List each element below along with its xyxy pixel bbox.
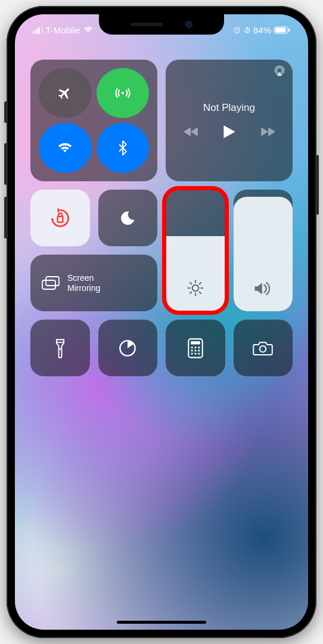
status-left: T-Mobile [33, 25, 94, 35]
media-title: Not Playing [203, 102, 255, 114]
status-right: 84% [233, 25, 290, 35]
do-not-disturb-toggle[interactable] [98, 190, 158, 246]
play-button[interactable] [223, 125, 236, 139]
svg-point-23 [191, 352, 192, 354]
screen: T-Mobile 84% [15, 14, 308, 630]
airplay-icon[interactable] [274, 66, 285, 79]
wifi-toggle[interactable] [39, 123, 92, 173]
wifi-status-icon [83, 26, 94, 34]
timer-button[interactable] [98, 320, 158, 376]
mute-switch [4, 101, 7, 123]
volume-up-hw [4, 143, 7, 185]
volume-down-hw [4, 197, 7, 239]
speaker-icon [253, 280, 272, 299]
flashlight-button[interactable] [30, 320, 90, 376]
camera-button[interactable] [234, 320, 293, 376]
status-bar: T-Mobile 84% [15, 19, 308, 41]
svg-point-20 [191, 349, 192, 351]
svg-rect-16 [191, 341, 200, 344]
connectivity-panel [30, 60, 157, 181]
timer-icon [118, 339, 137, 358]
brightness-slider[interactable] [166, 190, 225, 311]
svg-point-5 [122, 92, 124, 94]
svg-rect-4 [288, 29, 290, 32]
power-button-hw [316, 155, 319, 215]
calculator-icon [188, 338, 203, 358]
carrier-label: T-Mobile [46, 25, 80, 35]
cellular-data-toggle[interactable] [97, 68, 150, 118]
phone-frame: T-Mobile 84% [7, 6, 316, 638]
rotation-lock-toggle[interactable] [30, 190, 90, 246]
media-controls [184, 125, 275, 139]
alarm-icon [233, 26, 241, 34]
antenna-icon [114, 85, 131, 101]
svg-point-19 [198, 346, 200, 348]
screen-mirroring-button[interactable]: Screen Mirroring [30, 255, 157, 311]
media-panel[interactable]: Not Playing [166, 60, 293, 181]
bluetooth-icon [118, 140, 128, 156]
rewind-button[interactable] [184, 126, 199, 137]
screen-mirroring-icon [41, 275, 60, 291]
battery-percent-label: 84% [253, 25, 271, 35]
brightness-fill [166, 236, 225, 311]
airplane-mode-toggle[interactable] [39, 68, 92, 118]
screen-mirroring-label: Screen Mirroring [67, 273, 100, 292]
control-center: Not Playing [30, 60, 293, 376]
svg-rect-1 [246, 29, 248, 31]
svg-rect-8 [57, 216, 63, 222]
svg-point-22 [198, 349, 200, 351]
moon-icon [119, 209, 136, 227]
battery-icon [274, 26, 290, 34]
rotation-lock-status-icon [243, 26, 251, 34]
sun-icon [187, 279, 204, 299]
svg-rect-3 [275, 27, 286, 32]
flashlight-icon [55, 338, 66, 358]
rotation-lock-icon [49, 208, 71, 229]
airplane-icon [57, 85, 73, 101]
home-indicator[interactable] [117, 621, 206, 624]
wifi-icon [57, 141, 73, 154]
svg-point-11 [192, 285, 199, 292]
volume-slider[interactable] [234, 190, 293, 311]
forward-button[interactable] [260, 126, 275, 137]
camera-icon [253, 340, 273, 356]
svg-point-24 [194, 352, 196, 354]
svg-point-25 [198, 352, 200, 354]
svg-rect-9 [46, 277, 59, 286]
svg-point-21 [194, 349, 196, 351]
cellular-signal-icon [33, 26, 43, 34]
svg-point-17 [191, 346, 192, 348]
svg-point-18 [194, 346, 196, 348]
calculator-button[interactable] [166, 320, 225, 376]
svg-point-26 [260, 345, 266, 351]
svg-rect-10 [42, 280, 55, 289]
svg-point-13 [59, 348, 61, 349]
bluetooth-toggle[interactable] [97, 123, 150, 173]
